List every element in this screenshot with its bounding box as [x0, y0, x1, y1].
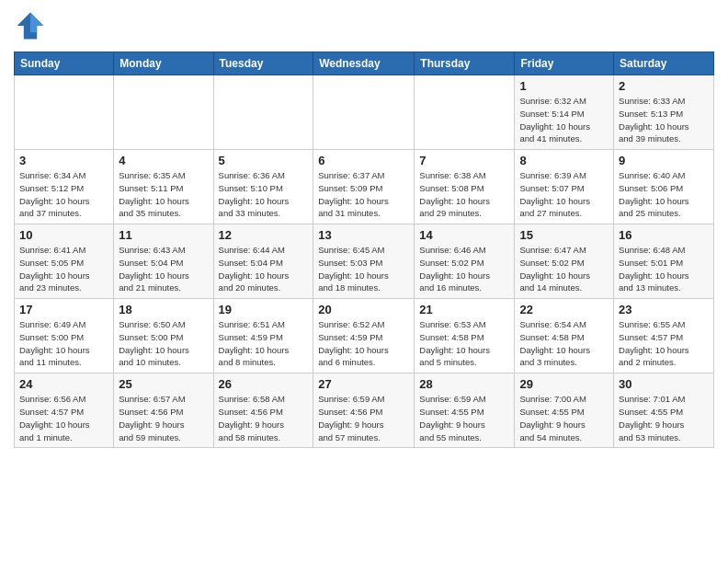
- calendar-cell: 28Sunrise: 6:59 AM Sunset: 4:55 PM Dayli…: [415, 373, 515, 448]
- svg-marker-1: [30, 13, 43, 33]
- day-info: Sunrise: 7:01 AM Sunset: 4:55 PM Dayligh…: [619, 393, 709, 443]
- calendar-cell: 30Sunrise: 7:01 AM Sunset: 4:55 PM Dayli…: [614, 373, 714, 448]
- day-info: Sunrise: 6:48 AM Sunset: 5:01 PM Dayligh…: [619, 244, 709, 294]
- calendar-week-0: 1Sunrise: 6:32 AM Sunset: 5:14 PM Daylig…: [15, 75, 714, 150]
- day-info: Sunrise: 6:35 AM Sunset: 5:11 PM Dayligh…: [119, 169, 208, 220]
- calendar-cell: 1Sunrise: 6:32 AM Sunset: 5:14 PM Daylig…: [515, 75, 614, 150]
- calendar-cell: 23Sunrise: 6:55 AM Sunset: 4:57 PM Dayli…: [614, 299, 714, 373]
- day-number: 5: [219, 154, 309, 167]
- day-number: 7: [419, 154, 509, 167]
- day-info: Sunrise: 6:44 AM Sunset: 5:04 PM Dayligh…: [219, 244, 309, 294]
- calendar-cell: 10Sunrise: 6:41 AM Sunset: 5:05 PM Dayli…: [15, 224, 114, 299]
- calendar-cell: 9Sunrise: 6:40 AM Sunset: 5:06 PM Daylig…: [614, 150, 714, 224]
- day-number: 10: [19, 228, 108, 242]
- calendar-cell: [313, 75, 415, 150]
- day-number: 27: [318, 377, 409, 391]
- logo: [14, 9, 51, 42]
- calendar-cell: 12Sunrise: 6:44 AM Sunset: 5:04 PM Dayli…: [213, 224, 313, 299]
- calendar-cell: 29Sunrise: 7:00 AM Sunset: 4:55 PM Dayli…: [515, 373, 614, 448]
- calendar-week-2: 10Sunrise: 6:41 AM Sunset: 5:05 PM Dayli…: [15, 224, 714, 299]
- day-info: Sunrise: 6:55 AM Sunset: 4:57 PM Dayligh…: [619, 318, 709, 369]
- calendar-body: 1Sunrise: 6:32 AM Sunset: 5:14 PM Daylig…: [15, 75, 714, 448]
- calendar-cell: 11Sunrise: 6:43 AM Sunset: 5:04 PM Dayli…: [114, 224, 213, 299]
- day-number: 2: [619, 79, 709, 93]
- day-number: 21: [419, 303, 509, 316]
- day-info: Sunrise: 6:32 AM Sunset: 5:14 PM Dayligh…: [519, 95, 609, 145]
- day-info: Sunrise: 6:57 AM Sunset: 4:56 PM Dayligh…: [119, 393, 208, 443]
- calendar-cell: 8Sunrise: 6:39 AM Sunset: 5:07 PM Daylig…: [515, 150, 614, 224]
- day-info: Sunrise: 6:47 AM Sunset: 5:02 PM Dayligh…: [519, 244, 609, 294]
- calendar-cell: 18Sunrise: 6:50 AM Sunset: 5:00 PM Dayli…: [114, 299, 213, 373]
- calendar-cell: 3Sunrise: 6:34 AM Sunset: 5:12 PM Daylig…: [15, 150, 114, 224]
- day-number: 20: [318, 303, 409, 316]
- weekday-header-saturday: Saturday: [614, 52, 714, 75]
- day-number: 6: [318, 154, 409, 167]
- day-number: 8: [519, 154, 609, 167]
- day-number: 26: [219, 377, 309, 391]
- day-number: 19: [219, 303, 309, 316]
- calendar-cell: 22Sunrise: 6:54 AM Sunset: 4:58 PM Dayli…: [515, 299, 614, 373]
- logo-icon: [14, 9, 47, 42]
- calendar-cell: 26Sunrise: 6:58 AM Sunset: 4:56 PM Dayli…: [213, 373, 313, 448]
- day-number: 18: [119, 303, 208, 316]
- calendar-cell: 20Sunrise: 6:52 AM Sunset: 4:59 PM Dayli…: [313, 299, 415, 373]
- calendar-cell: 24Sunrise: 6:56 AM Sunset: 4:57 PM Dayli…: [15, 373, 114, 448]
- day-number: 25: [119, 377, 208, 391]
- page: SundayMondayTuesdayWednesdayThursdayFrid…: [0, 0, 728, 563]
- day-info: Sunrise: 6:40 AM Sunset: 5:06 PM Dayligh…: [619, 169, 709, 220]
- day-number: 16: [619, 228, 709, 242]
- day-info: Sunrise: 6:34 AM Sunset: 5:12 PM Dayligh…: [19, 169, 108, 220]
- day-info: Sunrise: 6:38 AM Sunset: 5:08 PM Dayligh…: [419, 169, 509, 220]
- day-number: 1: [519, 79, 609, 93]
- day-info: Sunrise: 6:36 AM Sunset: 5:10 PM Dayligh…: [219, 169, 309, 220]
- calendar-week-3: 17Sunrise: 6:49 AM Sunset: 5:00 PM Dayli…: [15, 299, 714, 373]
- calendar-cell: 2Sunrise: 6:33 AM Sunset: 5:13 PM Daylig…: [614, 75, 714, 150]
- day-number: 15: [519, 228, 609, 242]
- day-number: 28: [419, 377, 509, 391]
- calendar-cell: [415, 75, 515, 150]
- weekday-header-tuesday: Tuesday: [213, 52, 313, 75]
- calendar-header-row: SundayMondayTuesdayWednesdayThursdayFrid…: [15, 52, 714, 75]
- weekday-header-wednesday: Wednesday: [313, 52, 415, 75]
- day-info: Sunrise: 6:59 AM Sunset: 4:55 PM Dayligh…: [419, 393, 509, 443]
- day-info: Sunrise: 6:37 AM Sunset: 5:09 PM Dayligh…: [318, 169, 409, 220]
- day-number: 30: [619, 377, 709, 391]
- day-info: Sunrise: 6:53 AM Sunset: 4:58 PM Dayligh…: [419, 318, 509, 369]
- calendar-cell: 25Sunrise: 6:57 AM Sunset: 4:56 PM Dayli…: [114, 373, 213, 448]
- weekday-header-thursday: Thursday: [415, 52, 515, 75]
- calendar-cell: 16Sunrise: 6:48 AM Sunset: 5:01 PM Dayli…: [614, 224, 714, 299]
- day-info: Sunrise: 6:52 AM Sunset: 4:59 PM Dayligh…: [318, 318, 409, 369]
- calendar-cell: 6Sunrise: 6:37 AM Sunset: 5:09 PM Daylig…: [313, 150, 415, 224]
- day-number: 12: [219, 228, 309, 242]
- day-number: 3: [19, 154, 108, 167]
- day-number: 22: [519, 303, 609, 316]
- day-info: Sunrise: 6:58 AM Sunset: 4:56 PM Dayligh…: [219, 393, 309, 443]
- day-number: 9: [619, 154, 709, 167]
- day-number: 4: [119, 154, 208, 167]
- weekday-header-monday: Monday: [114, 52, 213, 75]
- day-number: 11: [119, 228, 208, 242]
- calendar-cell: 27Sunrise: 6:59 AM Sunset: 4:56 PM Dayli…: [313, 373, 415, 448]
- calendar-cell: [213, 75, 313, 150]
- day-info: Sunrise: 6:39 AM Sunset: 5:07 PM Dayligh…: [519, 169, 609, 220]
- calendar-cell: [114, 75, 213, 150]
- day-info: Sunrise: 6:43 AM Sunset: 5:04 PM Dayligh…: [119, 244, 208, 294]
- calendar-cell: 21Sunrise: 6:53 AM Sunset: 4:58 PM Dayli…: [415, 299, 515, 373]
- calendar-week-4: 24Sunrise: 6:56 AM Sunset: 4:57 PM Dayli…: [15, 373, 714, 448]
- day-number: 17: [19, 303, 108, 316]
- calendar-cell: 17Sunrise: 6:49 AM Sunset: 5:00 PM Dayli…: [15, 299, 114, 373]
- weekday-header-friday: Friday: [515, 52, 614, 75]
- day-info: Sunrise: 6:33 AM Sunset: 5:13 PM Dayligh…: [619, 95, 709, 145]
- calendar-cell: 5Sunrise: 6:36 AM Sunset: 5:10 PM Daylig…: [213, 150, 313, 224]
- calendar-cell: 19Sunrise: 6:51 AM Sunset: 4:59 PM Dayli…: [213, 299, 313, 373]
- calendar-cell: 13Sunrise: 6:45 AM Sunset: 5:03 PM Dayli…: [313, 224, 415, 299]
- day-info: Sunrise: 6:46 AM Sunset: 5:02 PM Dayligh…: [419, 244, 509, 294]
- day-number: 24: [19, 377, 108, 391]
- calendar: SundayMondayTuesdayWednesdayThursdayFrid…: [14, 52, 714, 448]
- weekday-header-sunday: Sunday: [15, 52, 114, 75]
- calendar-cell: 15Sunrise: 6:47 AM Sunset: 5:02 PM Dayli…: [515, 224, 614, 299]
- day-info: Sunrise: 6:51 AM Sunset: 4:59 PM Dayligh…: [219, 318, 309, 369]
- day-number: 23: [619, 303, 709, 316]
- day-info: Sunrise: 6:59 AM Sunset: 4:56 PM Dayligh…: [318, 393, 409, 443]
- calendar-week-1: 3Sunrise: 6:34 AM Sunset: 5:12 PM Daylig…: [15, 150, 714, 224]
